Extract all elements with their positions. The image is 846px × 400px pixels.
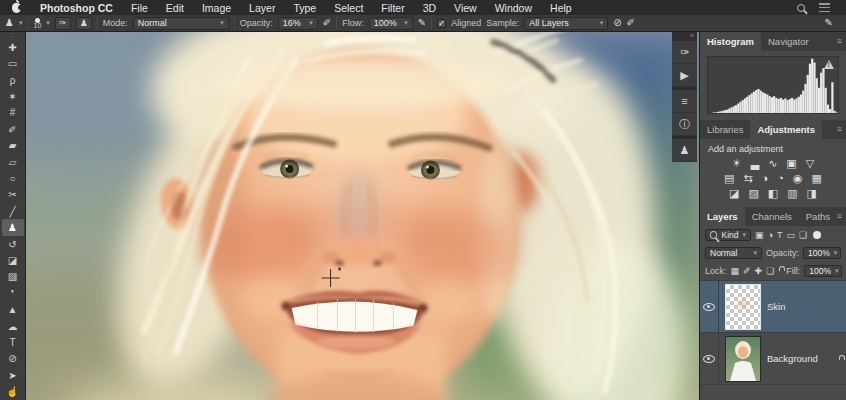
lock-transparent-icon[interactable]: ▦ <box>731 266 740 276</box>
menu-file[interactable]: File <box>122 2 157 14</box>
tool-preset-icon[interactable]: ♟ <box>5 18 14 28</box>
eyedropper-tool[interactable]: ✐ <box>2 121 24 137</box>
black-white-icon[interactable]: ◑ <box>762 173 769 184</box>
clone-source-panel-button[interactable]: ♟ <box>672 139 697 162</box>
levels-icon[interactable]: ▃ <box>751 158 759 169</box>
menu-window[interactable]: Window <box>486 2 541 14</box>
menu-layer[interactable]: Layer <box>240 2 284 14</box>
photo-filter-icon[interactable]: ◔ <box>777 173 784 184</box>
layer-opacity-select[interactable]: 100% ▾ <box>803 247 841 259</box>
actions-panel-button[interactable]: ▶ <box>672 64 697 87</box>
menu-filter[interactable]: Filter <box>372 2 413 14</box>
pen-tool[interactable]: ⊘ <box>2 351 24 367</box>
gradient-map-icon[interactable]: ▥ <box>787 188 797 199</box>
menu-select[interactable]: Select <box>325 2 372 14</box>
brush-settings-toggle-button[interactable]: ✑ <box>55 17 71 30</box>
notification-center-icon[interactable] <box>819 3 830 12</box>
fill-select[interactable]: 100% ▾ <box>804 265 842 277</box>
ignore-adjustment-layers-icon[interactable]: ⊘ <box>613 18 621 28</box>
eraser-tool[interactable]: ◪ <box>2 252 24 268</box>
posterize-icon[interactable]: ▨ <box>748 188 758 199</box>
lock-paint-icon[interactable]: ✐ <box>743 266 751 276</box>
path-selection-tool[interactable]: ➤ <box>2 367 24 383</box>
brush-settings-panel-button[interactable]: ✑ <box>672 41 697 64</box>
invert-icon[interactable]: ◪ <box>729 188 739 199</box>
curves-icon[interactable]: ∿ <box>768 158 777 169</box>
threshold-icon[interactable]: ◧ <box>768 188 778 199</box>
move-tool[interactable]: ✚ <box>2 39 24 55</box>
opacity-select[interactable]: 16% ▾ <box>278 17 318 30</box>
panel-menu-icon[interactable]: ≡ <box>837 211 842 221</box>
history-brush-tool[interactable]: ↺ <box>2 236 24 252</box>
tab-navigator[interactable]: Navigator <box>761 32 816 51</box>
brush-picker-caret-icon[interactable]: ▾ <box>46 19 50 27</box>
sharpen-tool[interactable]: ▲ <box>2 302 24 318</box>
panel-menu-icon[interactable]: ≡ <box>837 124 842 134</box>
brush-preset-picker[interactable]: 10 <box>33 18 41 28</box>
tab-layers[interactable]: Layers <box>700 207 745 226</box>
blur-tool[interactable]: ❜ <box>2 285 24 301</box>
crop-tool[interactable]: # <box>2 105 24 121</box>
tab-paths[interactable]: Paths <box>799 207 837 226</box>
layer-thumbnail-photo[interactable] <box>726 337 760 381</box>
panel-grip-icon[interactable]: ∷ <box>11 32 15 39</box>
filter-adjustment-icon[interactable]: ◑ <box>768 230 773 240</box>
layer-thumbnail-transparent[interactable] <box>726 285 760 329</box>
selective-color-icon[interactable]: ◨ <box>807 188 817 199</box>
layer-row-background[interactable]: Background <box>700 333 846 385</box>
menu-type[interactable]: Type <box>284 2 325 14</box>
pressure-opacity-icon[interactable]: ✐ <box>323 18 331 28</box>
lock-artboard-icon[interactable]: ❏ <box>766 266 774 276</box>
spot-healing-tool[interactable]: ▰ <box>2 137 24 153</box>
hue-saturation-icon[interactable]: ▤ <box>724 173 734 184</box>
info-panel-button[interactable]: ⓘ <box>672 113 697 136</box>
tab-channels[interactable]: Channels <box>745 207 799 226</box>
mode-select[interactable]: Normal ▾ <box>133 17 229 30</box>
expand-panels-button[interactable]: « <box>672 32 697 41</box>
hand-tool[interactable]: ☝ <box>2 384 24 400</box>
menu-view[interactable]: View <box>445 2 486 14</box>
menu-edit[interactable]: Edit <box>157 2 193 14</box>
red-eye-tool[interactable]: ○ <box>2 170 24 186</box>
menu-help[interactable]: Help <box>541 2 581 14</box>
tab-histogram[interactable]: Histogram <box>700 32 761 51</box>
color-balance-icon[interactable]: ⇆ <box>743 173 752 184</box>
exposure-icon[interactable]: ▣ <box>786 158 796 169</box>
pressure-toggle-icon[interactable]: ✎ <box>825 18 833 28</box>
marquee-tool[interactable]: ▭ <box>2 55 24 71</box>
tab-adjustments[interactable]: Adjustments <box>750 120 822 139</box>
app-name[interactable]: Photoshop CC <box>31 2 122 14</box>
filter-smart-object-icon[interactable]: ❏ <box>799 230 807 240</box>
clone-stamp-tool[interactable]: ♟ <box>2 219 24 235</box>
pressure-size-icon[interactable]: ✐ <box>627 18 635 28</box>
warning-icon[interactable] <box>824 60 834 69</box>
lasso-tool[interactable]: ρ <box>2 72 24 88</box>
spotlight-search-icon[interactable] <box>797 4 805 12</box>
tab-libraries[interactable]: Libraries <box>700 120 750 139</box>
menu-image[interactable]: Image <box>193 2 240 14</box>
visibility-cell[interactable] <box>700 333 719 384</box>
scissors-tool[interactable]: ✂ <box>2 187 24 203</box>
aligned-checkbox[interactable]: ✓ <box>437 19 446 28</box>
channel-mixer-icon[interactable]: ◉ <box>793 173 803 184</box>
lock-move-icon[interactable]: ✚ <box>755 266 763 276</box>
filter-enable-toggle[interactable] <box>813 231 821 239</box>
layer-row-skin[interactable]: Skin <box>700 281 846 333</box>
type-tool[interactable]: T <box>2 334 24 350</box>
tool-preset-caret-icon[interactable]: ▾ <box>19 19 23 27</box>
smudge-tool[interactable]: ☁ <box>2 318 24 334</box>
menu-3d[interactable]: 3D <box>414 2 445 14</box>
airbrush-icon[interactable]: ✎ <box>418 18 426 28</box>
clone-source-toggle-button[interactable]: ♟ <box>76 17 92 30</box>
visibility-cell[interactable] <box>700 281 719 332</box>
layer-filter-select[interactable]: Kind ▾ <box>705 229 751 241</box>
filter-pixel-icon[interactable]: ▣ <box>755 230 764 240</box>
flow-select[interactable]: 100% ▾ <box>369 17 413 30</box>
sample-select[interactable]: All Layers ▾ <box>524 17 608 30</box>
blend-mode-select[interactable]: Normal ▾ <box>705 247 762 259</box>
document-canvas[interactable]: « ✑ ▶ ≡ ⓘ ♟ <box>26 32 700 400</box>
color-lookup-icon[interactable]: ▦ <box>812 173 822 184</box>
filter-shape-icon[interactable]: ▭ <box>786 230 795 240</box>
apple-logo-icon[interactable] <box>12 3 21 13</box>
healing-patch-tool[interactable]: ▱ <box>2 154 24 170</box>
